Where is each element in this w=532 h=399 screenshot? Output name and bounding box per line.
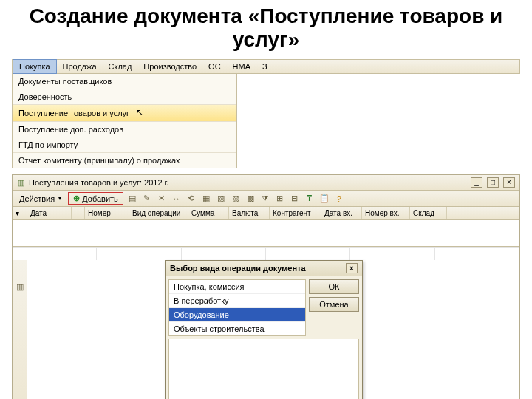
slide-title: Создание документа «Поступление товаров … <box>0 0 532 59</box>
close-button[interactable]: × <box>503 177 515 188</box>
add-button[interactable]: ⊕ Добавить <box>68 192 123 205</box>
menu-additional-costs[interactable]: Поступление доп. расходов <box>13 122 236 137</box>
op-construction[interactable]: Объекты строительства <box>169 322 305 335</box>
dialog-close-button[interactable]: × <box>346 263 358 273</box>
col-spacer <box>447 207 519 219</box>
menu-item-z[interactable]: З <box>256 60 273 73</box>
dialog-title: Выбор вида операции документа <box>170 264 306 273</box>
chevron-down-icon: ▾ <box>58 195 61 202</box>
dialog-list-empty <box>168 339 359 399</box>
cursor-icon: ↖ <box>136 107 143 117</box>
menu-item-purchase[interactable]: Покупка <box>13 59 57 74</box>
col-operation[interactable]: Вид операции <box>129 207 188 219</box>
tb-icon-mark[interactable]: ✕ <box>156 193 168 205</box>
tb-icon-filter[interactable]: ⧩ <box>259 193 271 205</box>
tb-icon-b9[interactable]: 📋 <box>318 193 330 205</box>
grid-header: ▾ Дата Номер Вид операции Сумма Валюта К… <box>13 207 519 220</box>
col-currency[interactable]: Валюта <box>229 207 270 219</box>
menu-goods-receipt-label: Поступление товаров и услуг <box>18 109 129 117</box>
document-icon: ▥ <box>17 178 24 188</box>
operation-list[interactable]: Покупка, комиссия В переработку Оборудов… <box>168 279 306 336</box>
op-equipment[interactable]: Оборудование <box>169 308 305 322</box>
col-warehouse[interactable]: Склад <box>410 207 447 219</box>
grid-footer <box>13 247 519 260</box>
list-toolbar: Действия ▾ ⊕ Добавить ▤ ✎ ✕ ↔ ⟲ ▦ ▧ ▨ ▩ … <box>13 191 519 207</box>
col-sort[interactable] <box>72 207 85 219</box>
tb-icon-b1[interactable]: ⟲ <box>185 193 197 205</box>
menu-item-production[interactable]: Производство <box>137 60 202 73</box>
minimize-button[interactable]: _ <box>471 177 482 188</box>
side-icon[interactable]: ▥ <box>16 282 24 292</box>
tb-icon-b4[interactable]: ▨ <box>230 193 242 205</box>
maximize-button[interactable]: □ <box>487 177 499 188</box>
col-icon[interactable]: ▾ <box>13 207 27 219</box>
cancel-button[interactable]: Отмена <box>309 297 359 312</box>
menu-supplier-docs[interactable]: Документы поставщиков <box>13 74 236 89</box>
actions-label: Действия <box>19 194 55 203</box>
col-date[interactable]: Дата <box>27 207 72 219</box>
col-number-in[interactable]: Номер вх. <box>362 207 410 219</box>
lower-area: ▥ ◂ ▸ Выбор вида операции документа × <box>13 260 519 399</box>
plus-icon: ⊕ <box>73 194 80 203</box>
dialog-titlebar: Выбор вида операции документа × <box>166 261 362 276</box>
tb-icon-refresh[interactable]: ↔ <box>171 193 183 205</box>
tb-icon-b5[interactable]: ▩ <box>245 193 256 205</box>
tb-icon-b3[interactable]: ▧ <box>215 193 227 205</box>
menu-committent-report[interactable]: Отчет комитенту (принципалу) о продажах <box>13 153 236 168</box>
purchase-dropdown-menu: Документы поставщиков Доверенность Посту… <box>12 74 237 168</box>
left-toolbar: ▥ <box>13 260 27 399</box>
col-number[interactable]: Номер <box>85 207 129 219</box>
menu-item-os[interactable]: ОС <box>202 60 227 73</box>
grid-body[interactable] <box>13 220 519 247</box>
tb-icon-b6[interactable]: ⊞ <box>274 193 286 205</box>
col-sum[interactable]: Сумма <box>188 207 229 219</box>
ok-button[interactable]: ОК <box>309 279 359 294</box>
tb-icon-copy[interactable]: ✎ <box>141 193 153 205</box>
list-window: ▥ Поступления товаров и услуг: 2012 г. _… <box>12 174 520 399</box>
list-window-title: Поступления товаров и услуг: 2012 г. <box>29 178 168 187</box>
menu-goods-receipt[interactable]: Поступление товаров и услуг ↖ <box>13 105 236 122</box>
col-date-in[interactable]: Дата вх. <box>321 207 362 219</box>
scroll-area: ◂ ▸ Выбор вида операции документа × Поку… <box>27 260 519 399</box>
list-window-titlebar: ▥ Поступления товаров и услуг: 2012 г. _… <box>13 175 519 191</box>
menu-item-nma[interactable]: НМА <box>227 60 256 73</box>
op-purchase-commission[interactable]: Покупка, комиссия <box>169 280 305 294</box>
app-frame: Покупка Продажа Склад Производство ОС НМ… <box>12 59 520 399</box>
add-label: Добавить <box>82 194 118 203</box>
menu-item-warehouse[interactable]: Склад <box>103 60 138 73</box>
col-counterparty[interactable]: Контрагент <box>270 207 321 219</box>
menu-power-of-attorney[interactable]: Доверенность <box>13 89 236 105</box>
tb-icon-b8[interactable]: ₸ <box>304 193 316 205</box>
menu-gtd-import[interactable]: ГТД по импорту <box>13 137 236 153</box>
op-processing[interactable]: В переработку <box>169 294 305 308</box>
menu-item-sale[interactable]: Продажа <box>57 60 103 73</box>
menubar: Покупка Продажа Склад Производство ОС НМ… <box>12 59 520 74</box>
actions-button[interactable]: Действия ▾ <box>16 193 65 205</box>
tb-icon-edit[interactable]: ▤ <box>126 193 138 205</box>
operation-type-dialog: Выбор вида операции документа × Покупка,… <box>165 260 363 399</box>
tb-icon-b7[interactable]: ⊟ <box>289 193 301 205</box>
tb-icon-b2[interactable]: ▦ <box>200 193 212 205</box>
tb-icon-help[interactable]: ? <box>333 193 345 205</box>
